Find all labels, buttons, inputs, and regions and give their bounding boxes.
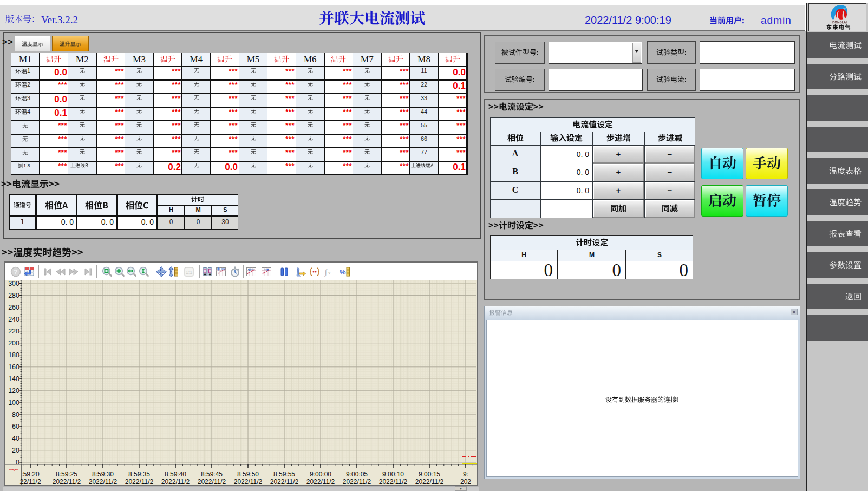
svg-text:∫: ∫ (324, 268, 328, 277)
svg-text:?: ? (14, 269, 17, 276)
svg-text:x: x (328, 270, 331, 276)
svg-text:%: % (340, 268, 346, 276)
svg-text:1:1: 1:1 (186, 270, 193, 275)
